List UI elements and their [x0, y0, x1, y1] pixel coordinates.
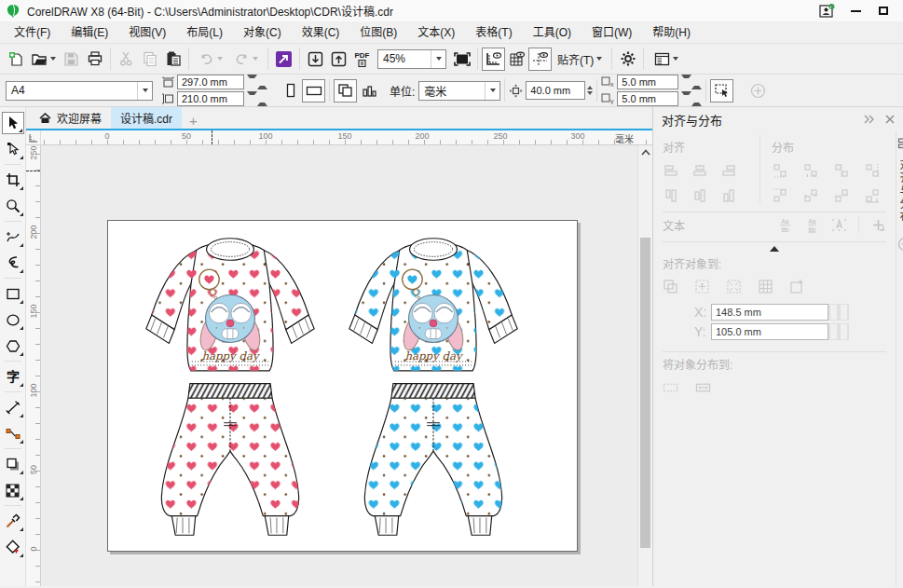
snap-to-dropdown[interactable]: 贴齐(T) [552, 48, 608, 71]
color-eyedropper-tool[interactable] [2, 510, 24, 532]
drawing-page: happy day [107, 220, 578, 552]
tab-welcome-screen[interactable]: 欢迎屏幕 [30, 107, 111, 129]
show-guidelines-toggle[interactable] [528, 48, 552, 71]
h-ruler-tick: 250 [493, 131, 507, 141]
current-page-button[interactable] [357, 79, 380, 103]
export-button[interactable] [327, 48, 350, 71]
page-height-field[interactable]: 210.0 mm [177, 91, 244, 106]
open-button[interactable] [28, 48, 60, 71]
drop-shadow-tool[interactable] [2, 453, 24, 475]
treat-as-filled-toggle[interactable] [710, 79, 733, 103]
polygon-tool[interactable] [2, 335, 24, 357]
all-pages-button[interactable] [334, 79, 357, 103]
new-tab-button[interactable]: + [182, 113, 205, 129]
vertical-scrollbar[interactable] [637, 145, 652, 586]
window-layout-dropdown[interactable] [648, 48, 685, 71]
menu-table[interactable]: 表格(T) [465, 22, 522, 43]
duplicate-x-field[interactable]: 5.0 mm [617, 75, 678, 89]
transparency-tool[interactable] [2, 479, 24, 501]
import-button[interactable] [304, 48, 327, 71]
menu-file[interactable]: 文件(F) [4, 22, 61, 43]
scroll-up-button[interactable] [638, 145, 652, 159]
dimension-tool[interactable] [2, 396, 24, 418]
menu-window[interactable]: 窗口(W) [581, 22, 642, 43]
menu-text[interactable]: 文本(X) [407, 22, 465, 43]
nudge-spinner[interactable] [587, 86, 593, 95]
docker-side-tab-label[interactable]: 对齐与分布 [896, 158, 903, 224]
duplicate-y-field[interactable]: 5.0 mm [617, 91, 678, 106]
pick-tool[interactable] [2, 112, 24, 134]
text-bounding-box-button: A [831, 217, 847, 233]
page-width-field[interactable]: 297.0 mm [177, 75, 244, 89]
paste-icon [166, 51, 181, 66]
connector-tool[interactable] [2, 422, 24, 444]
page-height-spinner[interactable] [247, 91, 267, 106]
text-tool[interactable]: 字 [2, 365, 24, 388]
zoom-caret-icon[interactable] [431, 50, 445, 68]
zoom-level-combobox[interactable]: 45% [377, 49, 446, 69]
menu-edit[interactable]: 编辑(E) [61, 22, 118, 43]
nudge-distance-field[interactable]: 40.0 mm [526, 81, 585, 100]
ruler-origin-icon [28, 133, 38, 144]
distribute-right-button [864, 162, 880, 178]
menu-tools[interactable]: 工具(O) [523, 22, 581, 43]
shape-tool[interactable] [2, 138, 24, 160]
canvas-viewport[interactable]: happy day [41, 145, 637, 586]
align-center-h-button [691, 162, 707, 178]
zoom-tool[interactable] [2, 195, 24, 217]
distribute-objects-to-label: 将对象分布到: [663, 356, 886, 372]
publish-pdf-button[interactable]: PDF [350, 48, 374, 71]
menu-effects[interactable]: 效果(C) [292, 22, 350, 43]
nudge-distance-icon [509, 84, 523, 98]
menu-view[interactable]: 视图(V) [118, 22, 176, 43]
ruler-origin-button[interactable] [26, 130, 41, 145]
full-screen-preview-button[interactable] [450, 48, 473, 71]
menu-bitmaps[interactable]: 位图(B) [349, 22, 407, 43]
maximize-button[interactable] [869, 2, 897, 21]
sign-in-button[interactable] [814, 2, 841, 21]
interactive-fill-tool[interactable] [2, 536, 24, 558]
menu-help[interactable]: 帮助(H) [642, 22, 701, 43]
paper-size-caret-icon[interactable] [137, 82, 152, 100]
paper-size-combobox[interactable]: A4 [6, 81, 153, 101]
landscape-button[interactable] [302, 79, 325, 103]
x-coordinate-value: 148.5 mm [716, 307, 761, 318]
menu-object[interactable]: 对象(C) [233, 22, 292, 43]
options-button[interactable] [616, 48, 639, 71]
duplicate-y-spinner[interactable] [681, 91, 702, 106]
print-button[interactable] [83, 48, 106, 71]
x-coordinate-field[interactable]: 148.5 mm [711, 304, 828, 321]
crop-tool[interactable] [2, 169, 24, 191]
collapse-docker-icon[interactable] [863, 115, 876, 124]
rectangle-tool[interactable] [2, 282, 24, 305]
show-rulers-toggle[interactable] [482, 48, 505, 71]
duplicate-x-spinner[interactable] [681, 75, 702, 89]
menu-layout[interactable]: 布局(L) [176, 22, 233, 43]
x-coordinate-spinner[interactable] [828, 304, 849, 321]
docker-title-bar: 对齐与分布 [653, 107, 903, 131]
undo-caret-icon [217, 57, 223, 61]
ellipse-tool[interactable] [2, 308, 24, 331]
freehand-tool[interactable] [2, 226, 24, 248]
y-coordinate-field[interactable]: 105.0 mm [711, 323, 828, 340]
close-docker-icon[interactable] [885, 115, 895, 124]
quick-customize-strip-icon[interactable] [897, 237, 903, 252]
portrait-button[interactable] [279, 79, 302, 103]
new-document-button[interactable] [5, 48, 28, 71]
y-coordinate-spinner[interactable] [828, 323, 849, 340]
show-grid-toggle[interactable] [505, 48, 528, 71]
scrollbar-thumb[interactable] [640, 238, 650, 548]
align-section-label: 对齐 [663, 139, 759, 155]
collapse-section-button[interactable] [663, 246, 886, 252]
tab-document[interactable]: 设计稿.cdr [111, 107, 182, 129]
page-width-spinner[interactable] [247, 75, 267, 89]
artistic-media-tool[interactable] [2, 252, 24, 274]
all-pages-icon [337, 83, 353, 98]
units-combobox[interactable]: 毫米 [418, 81, 500, 101]
chevron-up-icon [641, 149, 650, 156]
units-caret-icon[interactable] [485, 82, 499, 100]
paste-button[interactable] [161, 48, 185, 71]
application-launcher-button[interactable] [272, 48, 295, 71]
minimize-button[interactable] [841, 2, 869, 21]
docker-tab-strip: 对齐与分布 [896, 131, 903, 586]
